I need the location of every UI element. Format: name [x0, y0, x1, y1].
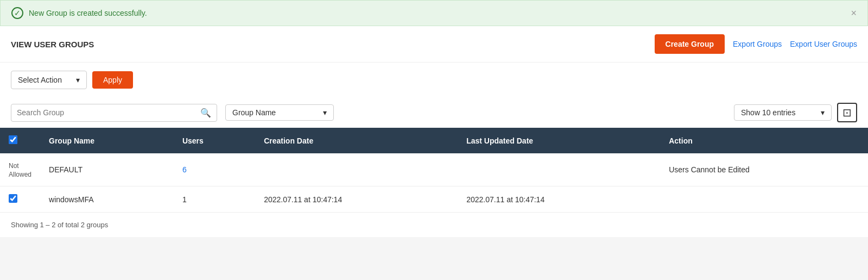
- group-name-label: Group Name: [232, 108, 276, 117]
- row1-checkbox-cell: Not Allowed: [0, 153, 40, 186]
- table-header-row: Group Name Users Creation Date Last Upda…: [0, 128, 868, 153]
- select-action-dropdown[interactable]: Select Action ▾: [11, 71, 87, 89]
- banner-close-button[interactable]: ×: [851, 8, 857, 19]
- footer-info: Showing 1 – 2 of total 2 groups: [0, 213, 868, 237]
- success-banner: ✓ New Group is created successfully. ×: [0, 0, 868, 26]
- export-icon-button[interactable]: ⊡: [837, 103, 857, 122]
- toolbar: Select Action ▾ Apply: [0, 63, 868, 97]
- row1-last-updated: [458, 153, 660, 186]
- export-groups-link[interactable]: Export Groups: [733, 40, 782, 48]
- header-last-updated-date: Last Updated Date: [458, 128, 660, 153]
- pagination-summary: Showing 1 – 2 of total 2 groups: [11, 221, 108, 229]
- row2-group-name: windowsMFA: [40, 186, 174, 213]
- show-entries-dropdown[interactable]: Show 10 entries ▾: [734, 104, 832, 121]
- success-icon: ✓: [11, 7, 23, 19]
- export-user-groups-link[interactable]: Export User Groups: [790, 40, 857, 48]
- row2-creation-date: 2022.07.11 at 10:47:14: [255, 186, 458, 213]
- row1-users: 6: [174, 153, 255, 186]
- success-message: New Group is created successfully.: [29, 9, 147, 17]
- header-checkbox-cell: [0, 128, 40, 153]
- export-table-icon: ⊡: [842, 106, 852, 119]
- select-action-label: Select Action: [18, 76, 62, 84]
- row2-checkbox[interactable]: [9, 194, 17, 203]
- row1-creation-date: [255, 153, 458, 186]
- row1-users-link[interactable]: 6: [182, 165, 187, 174]
- header-creation-date: Creation Date: [255, 128, 458, 153]
- row2-last-updated: 2022.07.11 at 10:47:14: [458, 186, 660, 213]
- table-wrapper: Group Name Users Creation Date Last Upda…: [0, 128, 868, 213]
- row2-action: [660, 186, 868, 213]
- search-icon: 🔍: [200, 108, 211, 118]
- create-group-button[interactable]: Create Group: [655, 34, 725, 54]
- table-row: windowsMFA 1 2022.07.11 at 10:47:14 2022…: [0, 186, 868, 213]
- chevron-down-icon: ▾: [323, 108, 327, 117]
- apply-button[interactable]: Apply: [92, 71, 133, 89]
- search-input[interactable]: [17, 108, 200, 117]
- groups-table: Group Name Users Creation Date Last Upda…: [0, 128, 868, 213]
- header-group-name: Group Name: [40, 128, 174, 153]
- search-wrapper: 🔍: [11, 104, 217, 122]
- header-users: Users: [174, 128, 255, 153]
- header-action: Action: [660, 128, 868, 153]
- row2-users: 1: [174, 186, 255, 213]
- group-name-dropdown[interactable]: Group Name ▾: [225, 104, 334, 121]
- chevron-down-icon: ▾: [821, 108, 825, 117]
- filters-row: 🔍 Group Name ▾ Show 10 entries ▾ ⊡: [0, 97, 868, 128]
- table-row: Not Allowed DEFAULT 6 Users Cannot be Ed…: [0, 153, 868, 186]
- header-actions: Create Group Export Groups Export User G…: [655, 34, 857, 54]
- row2-checkbox-cell: [0, 186, 40, 213]
- chevron-down-icon: ▾: [76, 76, 80, 84]
- show-entries-wrapper: Show 10 entries ▾ ⊡: [734, 103, 857, 122]
- page-title: VIEW USER GROUPS: [11, 40, 94, 49]
- show-entries-label: Show 10 entries: [741, 108, 795, 117]
- row1-group-name: DEFAULT: [40, 153, 174, 186]
- row1-action: Users Cannot be Edited: [660, 153, 868, 186]
- not-allowed-label: Not Allowed: [9, 162, 31, 178]
- select-all-checkbox[interactable]: [9, 135, 17, 144]
- page-header: VIEW USER GROUPS Create Group Export Gro…: [0, 26, 868, 63]
